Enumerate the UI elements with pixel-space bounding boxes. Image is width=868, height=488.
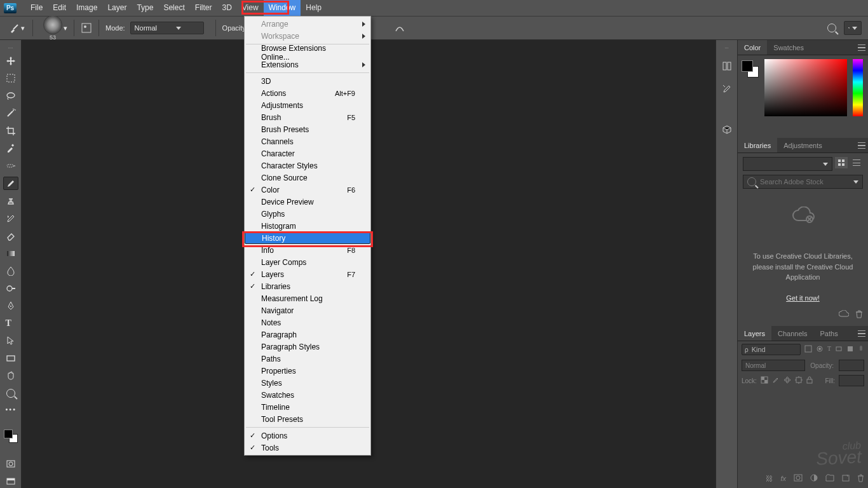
window-menu-3d[interactable]: 3D	[245, 75, 370, 87]
lock-all-icon[interactable]	[806, 376, 813, 385]
path-selection-tool[interactable]	[3, 334, 18, 348]
window-menu-character[interactable]: Character	[245, 147, 370, 159]
window-menu-paths[interactable]: Paths	[245, 353, 370, 365]
workspace-switcher[interactable]	[844, 21, 862, 35]
tab-libraries[interactable]: Libraries	[738, 138, 777, 152]
gradient-tool[interactable]	[3, 247, 18, 260]
brush-preset-picker[interactable]: 53	[43, 15, 62, 41]
window-menu-tools[interactable]: Tools	[245, 442, 370, 454]
history-brush-tool[interactable]	[3, 212, 18, 225]
menu-view[interactable]: View	[237, 0, 264, 16]
layer-opacity-input[interactable]	[839, 360, 864, 371]
window-menu-layer-comps[interactable]: Layer Comps	[245, 256, 370, 268]
crop-tool[interactable]	[3, 125, 18, 138]
pressure-opacity-icon[interactable]	[394, 22, 405, 34]
color-panel-menu[interactable]	[855, 40, 868, 55]
eraser-tool[interactable]	[3, 229, 18, 243]
window-menu-timeline[interactable]: Timeline	[245, 401, 370, 413]
layer-fill-input[interactable]	[839, 375, 864, 386]
window-menu-channels[interactable]: Channels	[245, 135, 370, 147]
menu-layer[interactable]: Layer	[102, 0, 132, 16]
adjustment-layer-icon[interactable]	[810, 474, 818, 483]
tab-paths[interactable]: Paths	[814, 326, 844, 341]
menu-select[interactable]: Select	[158, 0, 189, 16]
dodge-tool[interactable]	[3, 281, 18, 295]
lock-brush-icon[interactable]	[772, 376, 780, 385]
healing-brush-tool[interactable]	[3, 159, 18, 173]
window-menu-tool-presets[interactable]: Tool Presets	[245, 413, 370, 425]
pen-tool[interactable]	[3, 299, 18, 313]
link-layers-icon[interactable]: ⛓	[766, 475, 773, 482]
panel-grip[interactable]	[718, 46, 736, 50]
window-menu-history[interactable]: History	[245, 232, 370, 244]
blend-mode-select-layers[interactable]: Normal	[742, 360, 805, 371]
current-tool-icon[interactable]	[9, 22, 20, 34]
window-menu-paragraph-styles[interactable]: Paragraph Styles	[245, 341, 370, 353]
menu-file[interactable]: File	[25, 0, 48, 16]
foreground-background-color[interactable]	[4, 430, 18, 443]
new-layer-icon[interactable]	[842, 474, 850, 483]
window-menu-measurement-log[interactable]: Measurement Log	[245, 292, 370, 304]
libraries-panel-menu[interactable]	[855, 138, 868, 152]
clone-stamp-tool[interactable]	[3, 194, 18, 208]
blend-mode-select[interactable]: Normal	[130, 22, 204, 34]
menu-3d[interactable]: 3D	[217, 0, 236, 16]
layer-filter-icons[interactable]: T	[804, 345, 864, 354]
lock-pixels-icon[interactable]	[761, 376, 768, 385]
window-menu-layers[interactable]: LayersF7	[245, 268, 370, 280]
window-menu-color[interactable]: ColorF6	[245, 184, 370, 196]
window-menu-clone-source[interactable]: Clone Source	[245, 172, 370, 184]
tab-channels[interactable]: Channels	[771, 326, 813, 341]
window-menu-glyphs[interactable]: Glyphs	[245, 208, 370, 220]
tab-color[interactable]: Color	[738, 40, 767, 55]
type-tool[interactable]: T	[3, 316, 18, 330]
get-it-now-link[interactable]: Get it now!	[743, 293, 863, 304]
window-menu-swatches[interactable]: Swatches	[245, 389, 370, 401]
cloud-sync-icon[interactable]	[839, 310, 849, 319]
layers-panel-menu[interactable]	[855, 326, 868, 341]
screen-mode-toggle[interactable]	[3, 475, 18, 488]
quick-mask-toggle[interactable]	[3, 458, 18, 471]
mask-icon[interactable]	[794, 474, 803, 483]
brush-tool[interactable]	[3, 177, 18, 190]
window-menu-workspace[interactable]: Workspace	[245, 30, 370, 42]
rectangle-tool[interactable]	[3, 352, 18, 365]
window-menu-adjustments[interactable]: Adjustments	[245, 99, 370, 111]
window-menu-browse-extensions-online-[interactable]: Browse Extensions Online...	[245, 46, 370, 58]
menu-edit[interactable]: Edit	[48, 0, 71, 16]
zoom-tool[interactable]	[3, 387, 18, 400]
tab-swatches[interactable]: Swatches	[767, 40, 810, 55]
fx-icon[interactable]: fx	[780, 475, 786, 482]
color-fg-bg[interactable]	[742, 60, 753, 72]
menu-window[interactable]: Window	[264, 0, 301, 16]
menu-filter[interactable]: Filter	[190, 0, 217, 16]
window-menu-brush-presets[interactable]: Brush Presets	[245, 123, 370, 135]
eyedropper-tool[interactable]	[3, 142, 18, 155]
brush-panel-icon[interactable]	[81, 22, 92, 34]
window-menu-options[interactable]: Options	[245, 430, 370, 442]
brush-presets-icon[interactable]	[719, 82, 735, 96]
window-menu-brush[interactable]: BrushF5	[245, 111, 370, 123]
trash-icon[interactable]	[855, 309, 863, 320]
delete-layer-icon[interactable]	[857, 474, 864, 484]
window-menu-character-styles[interactable]: Character Styles	[245, 159, 370, 172]
window-menu-properties[interactable]: Properties	[245, 365, 370, 377]
lock-position-icon[interactable]	[783, 376, 791, 385]
layer-filter-kind[interactable]: ρKind	[742, 344, 801, 355]
grid-view-icon[interactable]	[835, 157, 848, 168]
window-menu-extensions[interactable]: Extensions	[245, 58, 370, 71]
marquee-tool[interactable]	[3, 72, 18, 85]
menu-help[interactable]: Help	[301, 0, 327, 16]
window-menu-styles[interactable]: Styles	[245, 377, 370, 389]
magic-wand-tool[interactable]	[3, 107, 18, 120]
tools-grip[interactable]	[2, 46, 20, 50]
list-view-icon[interactable]	[850, 157, 863, 168]
lasso-tool[interactable]	[3, 90, 18, 103]
window-menu-device-preview[interactable]: Device Preview	[245, 196, 370, 208]
move-tool[interactable]	[3, 55, 18, 68]
window-menu-actions[interactable]: ActionsAlt+F9	[245, 87, 370, 99]
group-icon[interactable]	[825, 474, 834, 483]
tab-layers[interactable]: Layers	[738, 326, 771, 341]
window-menu-paragraph[interactable]: Paragraph	[245, 329, 370, 341]
edit-toolbar[interactable]: •••	[3, 404, 18, 417]
